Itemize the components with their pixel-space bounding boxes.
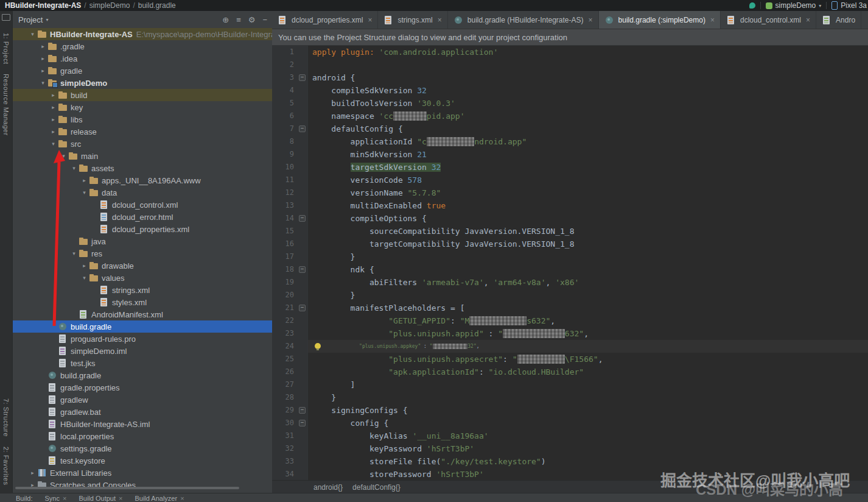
tool-stripe-7-structure[interactable]: 7: Structure <box>2 398 10 437</box>
code-line-4[interactable]: 4 compileSdkVersion 32 <box>272 84 868 97</box>
hide-panel-icon[interactable]: − <box>262 15 267 24</box>
chevron-down-icon[interactable]: ▾ <box>49 141 58 147</box>
editor-tab-andro[interactable]: Andro <box>816 11 861 29</box>
gradle-sync-icon[interactable] <box>749 2 755 9</box>
tree-item-dcloud-control-xml[interactable]: dcloud_control.xml <box>12 199 272 211</box>
fold-collapse-icon[interactable]: − <box>299 125 306 132</box>
tree-item-dcloud-properties-xml[interactable]: dcloud_properties.xml <box>12 223 272 235</box>
code-line-15[interactable]: 15 sourceCompatibility JavaVersion.VERSI… <box>272 225 868 238</box>
tree-item-build[interactable]: ▸build <box>12 89 272 101</box>
build-tab-build-analyzer[interactable]: Build Analyzer× <box>135 493 184 502</box>
tree-item-gradle[interactable]: ▸gradle <box>12 65 272 77</box>
code-line-19[interactable]: 19 abiFilters 'armeabi-v7a', 'arm64-v8a'… <box>272 276 868 289</box>
tree-item-local-properties[interactable]: local.properties <box>12 430 272 442</box>
tree-item-test-keystore[interactable]: test.keystore <box>12 454 272 467</box>
chevron-right-icon[interactable]: ▸ <box>49 104 58 110</box>
chevron-down-icon[interactable]: ▾ <box>80 189 89 196</box>
tree-item-scratches-and-consoles[interactable]: ▸Scratches and Consoles <box>12 479 272 491</box>
tree-item-strings-xml[interactable]: strings.xml <box>12 284 272 296</box>
code-line-13[interactable]: 13 multiDexEnabled true <box>272 199 868 212</box>
code-editor[interactable]: 1apply plugin: 'com.android.application'… <box>272 46 868 480</box>
tree-item-settings-gradle[interactable]: settings.gradle <box>12 442 272 454</box>
tree-item-drawable[interactable]: ▸drawable <box>12 260 272 272</box>
code-line-8[interactable]: 8 applicationId "c ndroid.app" <box>272 135 868 148</box>
code-line-12[interactable]: 12 versionName "5.7.8" <box>272 186 868 199</box>
breadcrumb-android[interactable]: android{} <box>313 483 343 492</box>
chevron-right-icon[interactable]: ▸ <box>28 470 37 476</box>
tree-item-androidmanifest-xml[interactable]: AndroidManifest.xml <box>12 308 272 320</box>
code-line-28[interactable]: 28 } <box>272 391 868 404</box>
tree-item-proguard-rules-pro[interactable]: proguard-rules.pro <box>12 333 272 345</box>
chevron-down-icon[interactable]: ▾ <box>28 31 37 37</box>
close-tab-icon[interactable]: × <box>119 493 122 502</box>
code-line-1[interactable]: 1apply plugin: 'com.android.application' <box>272 46 868 58</box>
chevron-right-icon[interactable]: ▸ <box>80 177 89 183</box>
code-line-34[interactable]: 34 storePassword 'hSrtT3bP' <box>272 468 868 480</box>
editor-tab-build-gradle-hbuilder-integrate-as[interactable]: build.gradle (HBuilder-Integrate-AS)× <box>448 11 599 29</box>
tree-item-java[interactable]: java <box>12 235 272 247</box>
run-configuration-selector[interactable]: simpleDemo ▾ <box>766 1 822 10</box>
fold-collapse-icon[interactable]: − <box>299 407 306 414</box>
tree-item-gradlew-bat[interactable]: gradlew.bat <box>12 406 272 418</box>
code-line-22[interactable]: 22 "GETUI_APPID": "M s632", <box>272 314 868 327</box>
tree-item-dcloud-error-html[interactable]: dcloud_error.html <box>12 211 272 223</box>
code-line-2[interactable]: 2 <box>272 58 868 71</box>
tree-item-styles-xml[interactable]: styles.xml <box>12 296 272 308</box>
code-line-29[interactable]: 29− signingConfigs { <box>272 404 868 417</box>
code-line-24[interactable]: 24 "plus.unipush.appkey" : " 32", <box>272 340 868 353</box>
tree-item-external-libraries[interactable]: ▸External Libraries <box>12 467 272 479</box>
tree-item-res[interactable]: ▾res <box>12 247 272 260</box>
code-line-5[interactable]: 5 buildToolsVersion '30.0.3' <box>272 97 868 110</box>
tree-item-src[interactable]: ▾src <box>12 138 272 150</box>
code-line-27[interactable]: 27 ] <box>272 378 868 391</box>
tree-item-build-gradle[interactable]: build.gradle <box>12 369 272 381</box>
code-line-17[interactable]: 17 } <box>272 250 868 263</box>
chevron-down-icon[interactable]: ▾ <box>46 17 48 23</box>
close-tab-icon[interactable]: × <box>63 493 66 502</box>
tree-item-assets[interactable]: ▾assets <box>12 162 272 174</box>
code-line-21[interactable]: 21− manifestPlaceholders = [ <box>272 302 868 314</box>
code-line-7[interactable]: 7− defaultConfig { <box>272 122 868 135</box>
chevron-right-icon[interactable]: ▸ <box>38 55 47 62</box>
chevron-down-icon[interactable]: ▾ <box>38 80 47 86</box>
chevron-right-icon[interactable]: ▸ <box>80 263 89 269</box>
close-tab-icon[interactable]: × <box>710 16 715 24</box>
chevron-right-icon[interactable]: ▸ <box>49 92 58 98</box>
tree-item-test-jks[interactable]: test.jks <box>12 357 272 369</box>
code-line-32[interactable]: 32 keyPassword 'hSrtT3bP' <box>272 442 868 455</box>
device-selector[interactable]: Pixel 3a <box>831 1 867 10</box>
code-line-23[interactable]: 23 "plus.unipush.appid" : " 632", <box>272 327 868 340</box>
tree-item-idea[interactable]: ▸.idea <box>12 52 272 65</box>
tree-horizontal-scrollbar[interactable] <box>15 487 239 489</box>
code-line-30[interactable]: 30− config { <box>272 417 868 430</box>
chevron-right-icon[interactable]: ▸ <box>49 116 58 122</box>
tool-stripe-1-project[interactable]: 1: Project <box>2 33 10 64</box>
tree-item-values[interactable]: ▾values <box>12 272 272 284</box>
chevron-right-icon[interactable]: ▸ <box>49 129 58 135</box>
tree-item-main[interactable]: ▾main <box>12 150 272 162</box>
code-line-9[interactable]: 9 minSdkVersion 21 <box>272 148 868 161</box>
tree-item-gradlew[interactable]: gradlew <box>12 394 272 406</box>
close-tab-icon[interactable]: × <box>368 16 372 24</box>
chevron-down-icon[interactable]: ▾ <box>69 165 79 171</box>
close-tab-icon[interactable]: × <box>180 493 184 502</box>
build-tab-build-output[interactable]: Build Output× <box>79 493 122 502</box>
fold-collapse-icon[interactable]: − <box>299 215 306 222</box>
tree-item-build-gradle[interactable]: build.gradle <box>12 320 272 333</box>
editor-tab-dcloud-control-xml[interactable]: dcloud_control.xml× <box>721 11 816 29</box>
close-tab-icon[interactable]: × <box>589 16 593 24</box>
tree-item-simpledemo-iml[interactable]: simpleDemo.iml <box>12 345 272 357</box>
code-line-6[interactable]: 6 namespace 'cc pid.app' <box>272 110 868 122</box>
build-tab-sync[interactable]: Sync× <box>45 493 67 502</box>
collapse-all-icon[interactable]: ≡ <box>236 15 241 24</box>
fold-collapse-icon[interactable]: − <box>299 266 306 273</box>
tree-item-hbuilder-integrate-as-iml[interactable]: HBuilder-Integrate-AS.iml <box>12 418 272 430</box>
tree-item-gradle[interactable]: ▸.gradle <box>12 40 272 52</box>
fold-collapse-icon[interactable]: − <box>299 305 306 311</box>
close-tab-icon[interactable]: × <box>438 16 442 24</box>
tree-item-apps-uni-8a196aa-www[interactable]: ▸apps._UNI__8A196AA.www <box>12 174 272 186</box>
chevron-right-icon[interactable]: ▸ <box>38 43 47 49</box>
code-line-10[interactable]: 10 targetSdkVersion 32 <box>272 161 868 174</box>
fold-collapse-icon[interactable]: − <box>299 420 306 426</box>
tree-item-simpledemo[interactable]: ▾simpleDemo <box>12 77 272 89</box>
